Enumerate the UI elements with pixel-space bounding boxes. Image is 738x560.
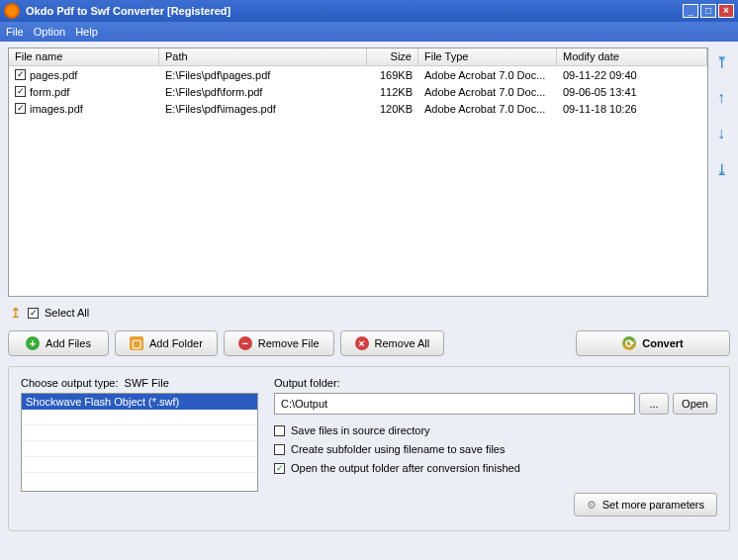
col-path[interactable]: Path	[159, 48, 367, 65]
save-source-label: Save files in source directory	[291, 424, 430, 436]
move-bottom-icon[interactable]: ⤓	[712, 160, 730, 178]
move-down-icon[interactable]: ↓	[712, 125, 730, 142]
close-button[interactable]: ×	[718, 4, 734, 18]
remove-all-button[interactable]: ×Remove All	[340, 330, 445, 356]
output-type-list[interactable]: Shockwave Flash Object (*.swf)	[21, 393, 258, 492]
move-top-icon[interactable]: ⤒	[712, 53, 730, 71]
table-row[interactable]: ✓images.pdfE:\Files\pdf\images.pdf120KBA…	[9, 100, 707, 117]
save-source-checkbox[interactable]	[274, 425, 285, 436]
window-title: Okdo Pdf to Swf Converter [Registered]	[26, 5, 231, 17]
col-type[interactable]: File Type	[418, 48, 557, 65]
output-folder-input[interactable]	[274, 393, 635, 415]
up-folder-icon[interactable]: ↥	[10, 305, 22, 321]
minimize-button[interactable]: _	[683, 4, 698, 18]
remove-icon: −	[238, 336, 252, 350]
maximize-button[interactable]: □	[700, 4, 716, 18]
col-date[interactable]: Modify date	[557, 48, 707, 65]
output-type-item[interactable]: Shockwave Flash Object (*.swf)	[22, 394, 257, 410]
open-after-label: Open the output folder after conversion …	[291, 462, 520, 474]
add-folder-button[interactable]: ▢Add Folder	[115, 330, 218, 356]
open-folder-button[interactable]: Open	[673, 393, 717, 415]
add-icon: +	[26, 336, 40, 350]
select-all-checkbox[interactable]: ✓	[28, 308, 39, 319]
choose-output-type-label: Choose output type: SWF File	[21, 377, 258, 389]
row-checkbox[interactable]: ✓	[15, 69, 26, 80]
row-checkbox[interactable]: ✓	[15, 103, 26, 114]
gear-icon: ⚙	[587, 499, 597, 512]
convert-icon: ⟳	[622, 336, 636, 350]
move-up-icon[interactable]: ↑	[712, 89, 730, 107]
titlebar: Okdo Pdf to Swf Converter [Registered] _…	[0, 0, 738, 22]
menu-help[interactable]: Help	[75, 26, 98, 38]
remove-all-icon: ×	[355, 336, 369, 350]
menu-file[interactable]: File	[6, 26, 24, 38]
list-header: File name Path Size File Type Modify dat…	[9, 48, 707, 66]
set-more-parameters-button[interactable]: ⚙Set more parameters	[574, 493, 717, 516]
remove-file-button[interactable]: −Remove File	[224, 330, 334, 356]
file-list: File name Path Size File Type Modify dat…	[8, 47, 708, 297]
open-after-checkbox[interactable]: ✓	[274, 463, 285, 474]
select-all-label: Select All	[45, 307, 89, 319]
folder-icon: ▢	[130, 336, 143, 350]
menu-option[interactable]: Option	[34, 26, 65, 38]
browse-button[interactable]: ...	[639, 393, 669, 415]
create-subfolder-checkbox[interactable]	[274, 444, 285, 455]
menubar: File Option Help	[0, 22, 738, 42]
create-subfolder-label: Create subfolder using filename to save …	[291, 443, 505, 455]
convert-button[interactable]: ⟳Convert	[576, 330, 730, 356]
add-files-button[interactable]: +Add Files	[8, 330, 109, 356]
row-checkbox[interactable]: ✓	[15, 86, 26, 97]
col-size[interactable]: Size	[367, 48, 418, 65]
table-row[interactable]: ✓form.pdfE:\Files\pdf\form.pdf112KBAdobe…	[9, 83, 707, 100]
app-logo-icon	[4, 3, 20, 19]
output-folder-label: Output folder:	[274, 377, 717, 389]
table-row[interactable]: ✓pages.pdfE:\Files\pdf\pages.pdf169KBAdo…	[9, 66, 707, 83]
col-filename[interactable]: File name	[9, 48, 159, 65]
